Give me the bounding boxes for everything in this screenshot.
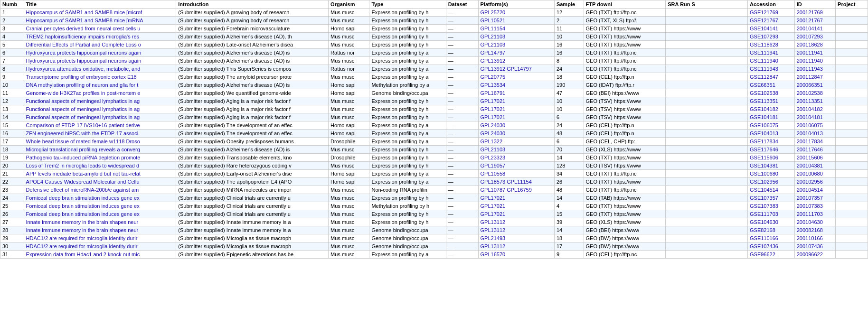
cell-platform[interactable]: GPL17021 bbox=[478, 105, 554, 113]
cell-accession[interactable]: GSE111943 bbox=[748, 65, 795, 73]
cell-title[interactable]: Forniceal deep brain stimulation induces… bbox=[24, 202, 176, 210]
cell-accession[interactable]: GSE82168 bbox=[748, 226, 795, 234]
col-header-accession[interactable]: Accession bbox=[748, 0, 795, 9]
cell-id[interactable]: 200118628 bbox=[794, 41, 835, 49]
cell-id[interactable]: 200107357 bbox=[794, 194, 835, 202]
cell-title[interactable]: Microglial translational profiling revea… bbox=[24, 146, 176, 154]
cell-id[interactable]: 200104181 bbox=[794, 113, 835, 121]
cell-id[interactable]: 200107383 bbox=[794, 202, 835, 210]
cell-id[interactable]: 200111940 bbox=[794, 57, 835, 65]
cell-title[interactable]: ZFN engineered hiPSC with the FTDP-17 as… bbox=[24, 130, 176, 138]
cell-platform[interactable]: GPL17021 bbox=[478, 210, 554, 218]
cell-platform[interactable]: GPL1322 bbox=[478, 138, 554, 146]
cell-platform[interactable]: GPL17021 bbox=[478, 97, 554, 105]
cell-platform[interactable]: GPL23323 bbox=[478, 154, 554, 162]
cell-accession[interactable]: GSE111941 bbox=[748, 49, 795, 57]
cell-accession[interactable]: GSE104630 bbox=[748, 218, 795, 226]
cell-id[interactable]: 200104630 bbox=[794, 218, 835, 226]
cell-platform[interactable]: GPL21103 bbox=[478, 146, 554, 154]
cell-title[interactable]: Whole head tissue of mated female w1118 … bbox=[24, 138, 176, 146]
cell-accession[interactable]: GSE104381 bbox=[748, 162, 795, 170]
cell-id[interactable]: 200121769 bbox=[794, 9, 835, 17]
cell-platform[interactable]: GPL19057 bbox=[478, 162, 554, 170]
cell-title[interactable]: Functional aspects of meningeal lymphati… bbox=[24, 97, 176, 105]
cell-platform[interactable]: GPL24030 bbox=[478, 130, 554, 138]
cell-title[interactable]: HDAC1/2 are required for microglia ident… bbox=[24, 234, 176, 242]
cell-id[interactable]: 200106075 bbox=[794, 121, 835, 130]
cell-id[interactable]: 200104514 bbox=[794, 186, 835, 194]
cell-accession[interactable]: GSE104182 bbox=[748, 105, 795, 113]
cell-id[interactable]: 200082168 bbox=[794, 226, 835, 234]
cell-title[interactable]: Comparison of FTDP-17 IVS10+16 patient d… bbox=[24, 121, 176, 130]
cell-accession[interactable]: GSE115606 bbox=[748, 154, 795, 162]
col-header-num[interactable]: Numb bbox=[0, 0, 24, 9]
col-header-title[interactable]: Title bbox=[24, 0, 176, 9]
cell-title[interactable]: Hippocampus of SAMR1 and SAMP8 mice [mic… bbox=[24, 9, 176, 17]
cell-platform[interactable]: GPL18573 GPL11154 bbox=[478, 178, 554, 186]
cell-id[interactable]: 200110166 bbox=[794, 234, 835, 242]
cell-title[interactable]: Forniceal deep brain stimulation induces… bbox=[24, 210, 176, 218]
col-header-intro[interactable]: Introduction bbox=[176, 0, 329, 9]
cell-platform[interactable]: GPL20775 bbox=[478, 73, 554, 81]
cell-title[interactable]: Hydroxyurea protects hippocampal neurons… bbox=[24, 57, 176, 65]
cell-id[interactable]: 200113351 bbox=[794, 97, 835, 105]
cell-id[interactable]: 200102956 bbox=[794, 178, 835, 186]
cell-id[interactable]: 200104381 bbox=[794, 162, 835, 170]
cell-accession[interactable]: GSE121769 bbox=[748, 9, 795, 17]
cell-platform[interactable]: GPL21493 bbox=[478, 234, 554, 242]
cell-platform[interactable]: GPL17021 bbox=[478, 202, 554, 210]
cell-title[interactable]: Hydroxyurea attenuates oxidative, metabo… bbox=[24, 65, 176, 73]
cell-platform[interactable]: GPL11154 bbox=[478, 25, 554, 33]
cell-id[interactable]: 200111941 bbox=[794, 49, 835, 57]
cell-title[interactable]: Innate immune memory in the brain shapes… bbox=[24, 218, 176, 226]
cell-platform[interactable]: GPL13534 bbox=[478, 81, 554, 89]
cell-title[interactable]: HDAC1/2 are required for microglia ident… bbox=[24, 242, 176, 251]
cell-title[interactable]: Forniceal deep brain stimulation induces… bbox=[24, 194, 176, 202]
cell-title[interactable]: TREM2 haploinsufficiency impairs microgl… bbox=[24, 33, 176, 41]
cell-platform[interactable]: GPL24030 bbox=[478, 121, 554, 130]
cell-platform[interactable]: GPL21103 bbox=[478, 41, 554, 49]
cell-accession[interactable]: GSE107436 bbox=[748, 242, 795, 251]
cell-title[interactable]: Expression data from Hdac1 and 2 knock o… bbox=[24, 251, 176, 259]
cell-accession[interactable]: GSE100680 bbox=[748, 170, 795, 178]
cell-title[interactable]: Functional aspects of meningeal lymphati… bbox=[24, 105, 176, 113]
cell-title[interactable]: Defensive effect of microRNA-200b/c agai… bbox=[24, 186, 176, 194]
cell-title[interactable]: Transcriptome profiling of embryonic cor… bbox=[24, 73, 176, 81]
cell-accession[interactable]: GSE102956 bbox=[748, 178, 795, 186]
cell-platform[interactable]: GPL13112 bbox=[478, 242, 554, 251]
cell-accession[interactable]: GSE107357 bbox=[748, 194, 795, 202]
cell-title[interactable]: APOE4 Causes Widespread Molecular and Ce… bbox=[24, 178, 176, 186]
cell-id[interactable]: 200107293 bbox=[794, 33, 835, 41]
cell-platform[interactable]: GPL16570 bbox=[478, 251, 554, 259]
cell-accession[interactable]: GSE104013 bbox=[748, 130, 795, 138]
cell-title[interactable]: Genome-wide H3K27ac profiles in post-mor… bbox=[24, 89, 176, 97]
cell-id[interactable]: 200107436 bbox=[794, 242, 835, 251]
cell-platform[interactable]: GPL25720 bbox=[478, 9, 554, 17]
col-header-id[interactable]: ID bbox=[794, 0, 835, 9]
col-header-sample[interactable]: Sample bbox=[554, 0, 584, 9]
cell-id[interactable]: 200121767 bbox=[794, 17, 835, 25]
col-header-project[interactable]: Project bbox=[836, 0, 868, 9]
cell-id[interactable]: 200112847 bbox=[794, 73, 835, 81]
col-header-type[interactable]: Type bbox=[369, 0, 446, 9]
cell-title[interactable]: APP levels mediate beta-amyloid but not … bbox=[24, 170, 176, 178]
cell-id[interactable]: 200104182 bbox=[794, 105, 835, 113]
cell-id[interactable]: 200117646 bbox=[794, 146, 835, 154]
cell-id[interactable]: 200115606 bbox=[794, 154, 835, 162]
col-header-platform[interactable]: Platform(s) bbox=[478, 0, 554, 9]
cell-id[interactable]: 200066351 bbox=[794, 81, 835, 89]
cell-title[interactable]: Loss of Trem2 in microglia leads to wide… bbox=[24, 162, 176, 170]
cell-platform[interactable]: GPL16791 bbox=[478, 89, 554, 97]
cell-title[interactable]: Functional aspects of meningeal lymphati… bbox=[24, 113, 176, 121]
cell-title[interactable]: Hydroxyurea protects hippocampal neurons… bbox=[24, 49, 176, 57]
cell-platform[interactable]: GPL17021 bbox=[478, 194, 554, 202]
cell-accession[interactable]: GSE102538 bbox=[748, 89, 795, 97]
cell-accession[interactable]: GSE104141 bbox=[748, 25, 795, 33]
cell-title[interactable]: Pathogenic tau-induced piRNA depletion p… bbox=[24, 154, 176, 162]
cell-id[interactable]: 200117834 bbox=[794, 138, 835, 146]
cell-platform[interactable]: GPL13112 bbox=[478, 226, 554, 234]
cell-accession[interactable]: GSE107293 bbox=[748, 33, 795, 41]
col-header-sra[interactable]: SRA Run S bbox=[666, 0, 748, 9]
cell-accession[interactable]: GSE111940 bbox=[748, 57, 795, 65]
cell-title[interactable]: DNA methylation profiling of neuron and … bbox=[24, 81, 176, 89]
